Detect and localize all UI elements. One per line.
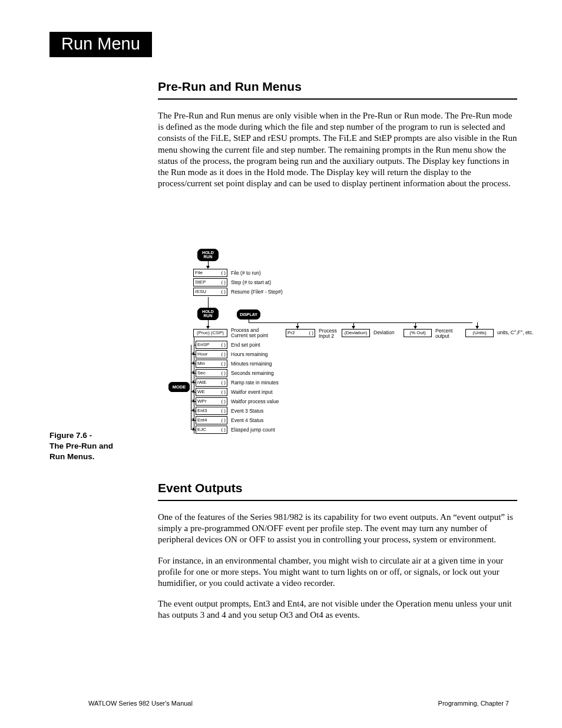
section1-para: The Pre-Run and Run menus are only visib… bbox=[158, 110, 517, 189]
cell-key: Min bbox=[197, 360, 205, 367]
mode-button: MODE bbox=[168, 382, 190, 392]
branch-desc: units, C°,F°, etc. bbox=[497, 330, 534, 335]
display-button: DISPLAY bbox=[237, 309, 260, 319]
footer-right: Programming, Chapter 7 bbox=[438, 700, 509, 707]
cell-key: Ent4 bbox=[197, 417, 207, 424]
cell-key: StEP bbox=[195, 279, 206, 286]
branch-cell: (Units) bbox=[465, 329, 494, 337]
cell-key: Ent3 bbox=[197, 407, 207, 414]
section2-title: Event Outputs bbox=[158, 481, 517, 495]
mode-label: MODE bbox=[173, 384, 186, 390]
cell-paren: ( ) bbox=[221, 379, 226, 386]
cell-key: File bbox=[195, 269, 203, 276]
cell-paren: ( ) bbox=[221, 341, 226, 348]
connector bbox=[208, 261, 209, 266]
cell-paren: ( ) bbox=[221, 426, 226, 433]
cell-paren: ( ) bbox=[221, 407, 226, 414]
run-cell: EnSP( ) bbox=[196, 341, 227, 349]
run-cell: EJC( ) bbox=[196, 426, 227, 434]
hold-run-button-1: HOLD RUN bbox=[197, 249, 219, 261]
prerun-cell: StEP( ) bbox=[193, 278, 227, 286]
loop-icon bbox=[191, 354, 194, 364]
hold-label: HOLD bbox=[198, 309, 218, 314]
loop-icon bbox=[191, 420, 194, 430]
cell-desc: Seconds remaining bbox=[231, 370, 274, 376]
cell-key: rESU bbox=[195, 288, 206, 295]
prerun-cell: rESU( ) bbox=[193, 288, 227, 296]
cell-paren: ( ) bbox=[221, 288, 226, 295]
cell-key: (Units) bbox=[472, 330, 487, 337]
branch-desc: Deviation bbox=[373, 330, 394, 335]
cell-key: EnSP bbox=[197, 341, 209, 348]
run-cell: WE( ) bbox=[196, 388, 227, 396]
connector bbox=[208, 320, 209, 326]
run-cell: Hour( ) bbox=[196, 350, 227, 358]
branch-cell: (Deviation) bbox=[342, 329, 370, 337]
proc-csp-label: (Proc) (CSP) bbox=[197, 330, 224, 337]
footer-left: WATLOW Series 982 User's Manual bbox=[88, 700, 193, 707]
display-label: DISPLAY bbox=[237, 312, 260, 317]
cell-desc: Resume (File# - Step#) bbox=[231, 289, 283, 295]
cell-key: Hour bbox=[197, 351, 207, 358]
cell-desc: Step (# to start at) bbox=[231, 279, 271, 285]
page-tab: Run Menu bbox=[49, 32, 152, 57]
connector bbox=[208, 297, 209, 308]
cell-paren: ( ) bbox=[221, 398, 226, 405]
run-label: RUN bbox=[198, 255, 218, 259]
section2-p3: The event output prompts, Ent3 and Ent4,… bbox=[158, 598, 517, 621]
branch-cell: Pr2( ) bbox=[286, 329, 315, 337]
figure-caption: Figure 7.6 - The Pre-Run and Run Menus. bbox=[49, 430, 150, 463]
section1-title: Pre-Run and Run Menus bbox=[158, 80, 517, 94]
run-cell: rAtE( ) bbox=[196, 378, 227, 387]
cell-key: rAtE bbox=[197, 379, 207, 386]
run-cell: Sec( ) bbox=[196, 369, 227, 377]
cell-paren: ( ) bbox=[221, 360, 226, 367]
section2-p2: For instance, in an environmental chambe… bbox=[158, 555, 517, 589]
run-label: RUN bbox=[198, 314, 218, 318]
rule bbox=[158, 500, 517, 501]
rule bbox=[158, 98, 517, 100]
diagram: HOLD RUN File( )File (# to run)StEP( )St… bbox=[165, 249, 530, 467]
cell-paren: ( ) bbox=[221, 370, 226, 377]
cell-paren: ( ) bbox=[221, 269, 226, 276]
loop-icon bbox=[191, 383, 194, 392]
run-cell: Ent3( ) bbox=[196, 407, 227, 415]
cell-paren: ( ) bbox=[221, 388, 226, 396]
branch-desc: ProcessInput 2 bbox=[319, 328, 337, 339]
loop-icon bbox=[191, 401, 194, 411]
figcap-l2: The Pre-Run and bbox=[49, 441, 150, 452]
cell-key: Sec bbox=[197, 370, 206, 377]
branch-cell: (% Out) bbox=[404, 329, 432, 337]
section2-p1: One of the features of the Series 981/98… bbox=[158, 512, 517, 546]
cell-desc: File (# to run) bbox=[231, 270, 261, 276]
cell-key: (Deviation) bbox=[345, 330, 368, 337]
cell-key: (% Out) bbox=[409, 330, 426, 337]
figcap-l3: Run Menus. bbox=[49, 452, 150, 462]
cell-paren: ( ) bbox=[221, 279, 226, 286]
run-cell: Min( ) bbox=[196, 360, 227, 368]
cell-desc: End set point bbox=[231, 342, 260, 348]
prerun-cell: File( ) bbox=[193, 269, 227, 277]
cell-desc: Hours remaining bbox=[231, 351, 267, 357]
cell-desc: Elasped jump count bbox=[231, 427, 275, 433]
cell-paren: ( ) bbox=[221, 417, 226, 424]
cell-desc: Event 4 Status bbox=[231, 417, 263, 423]
cell-desc: Event 3 Status bbox=[231, 408, 263, 414]
cell-desc: Minutes remaining bbox=[231, 361, 272, 367]
run-cell: Ent4( ) bbox=[196, 416, 227, 424]
cell-paren: ( ) bbox=[309, 330, 313, 337]
loop-icon bbox=[191, 345, 194, 354]
proc-csp-cell: (Proc) (CSP) bbox=[193, 329, 227, 337]
proc-csp-d2: Current set point bbox=[231, 333, 268, 338]
cell-desc: Waitfor process value bbox=[231, 398, 279, 404]
loop-icon bbox=[191, 373, 194, 383]
cell-key: WE bbox=[197, 388, 205, 396]
loop-icon bbox=[191, 392, 194, 401]
cell-key: EJC bbox=[197, 426, 206, 433]
branch-desc: Percentoutput bbox=[435, 328, 452, 339]
cell-key: Pr2 bbox=[287, 330, 295, 337]
cell-desc: Waitfor event input bbox=[231, 389, 273, 395]
cell-paren: ( ) bbox=[221, 351, 226, 358]
loop-icon bbox=[191, 364, 194, 373]
cell-key: WPr bbox=[197, 398, 207, 405]
